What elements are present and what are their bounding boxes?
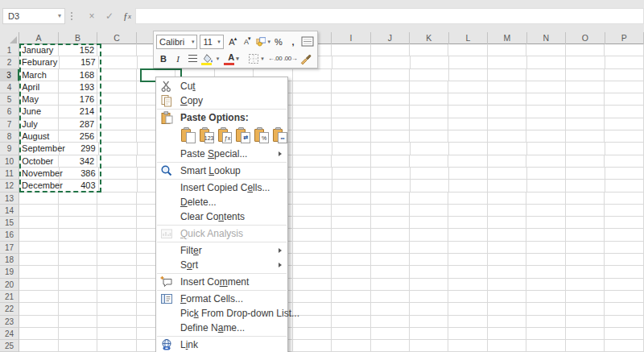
cell-P14[interactable] xyxy=(605,205,643,217)
cell-N10[interactable] xyxy=(526,155,565,168)
cell-A16[interactable] xyxy=(19,229,58,241)
cell-N4[interactable] xyxy=(526,81,565,93)
cell-K7[interactable] xyxy=(410,118,448,130)
cell-J17[interactable] xyxy=(371,242,410,254)
row-header-6[interactable]: 6 xyxy=(0,106,19,118)
cell-C2[interactable] xyxy=(99,56,138,68)
cell-C11[interactable] xyxy=(99,168,138,180)
cell-N24[interactable] xyxy=(526,328,565,340)
cell-C8[interactable] xyxy=(97,130,136,143)
cell-B13[interactable] xyxy=(59,193,97,205)
cell-O11[interactable] xyxy=(566,168,605,180)
cell-P12[interactable] xyxy=(605,180,644,192)
cell-M21[interactable] xyxy=(488,291,526,303)
cell-O7[interactable] xyxy=(566,118,605,130)
cell-O12[interactable] xyxy=(566,180,605,192)
cell-I23[interactable] xyxy=(332,316,370,328)
cell-J15[interactable] xyxy=(371,217,410,229)
cell-M5[interactable] xyxy=(488,93,526,106)
cell-N15[interactable] xyxy=(526,217,565,229)
row-header-14[interactable]: 14 xyxy=(0,205,19,217)
cell-N3[interactable] xyxy=(526,69,565,81)
cell-O10[interactable] xyxy=(566,155,605,168)
cell-A23[interactable] xyxy=(19,316,58,328)
cell-J8[interactable] xyxy=(371,130,410,143)
row-header-10[interactable]: 10 xyxy=(0,155,19,168)
cell-L1[interactable] xyxy=(448,44,487,56)
cell-I13[interactable] xyxy=(332,193,370,205)
cell-M12[interactable] xyxy=(488,180,526,192)
cell-M1[interactable] xyxy=(488,44,526,56)
cell-K21[interactable] xyxy=(410,291,448,303)
cell-O14[interactable] xyxy=(566,205,605,217)
cell-M20[interactable] xyxy=(488,279,526,291)
cell-L24[interactable] xyxy=(448,328,487,340)
cell-P20[interactable] xyxy=(605,279,643,291)
cell-A8[interactable]: August xyxy=(19,130,58,143)
cell-P5[interactable] xyxy=(605,93,643,106)
cell-H24[interactable] xyxy=(293,328,332,340)
cell-N9[interactable] xyxy=(527,143,566,155)
cell-H6[interactable] xyxy=(293,106,332,118)
cell-J22[interactable] xyxy=(371,303,410,315)
cell-L23[interactable] xyxy=(448,316,487,328)
cell-K24[interactable] xyxy=(410,328,448,340)
cell-N20[interactable] xyxy=(526,279,565,291)
cell-J21[interactable] xyxy=(371,291,410,303)
cell-L11[interactable] xyxy=(449,168,488,180)
row-header-2[interactable]: 2 xyxy=(0,56,19,68)
cell-H4[interactable] xyxy=(293,81,332,93)
cell-O22[interactable] xyxy=(566,303,605,315)
cell-B16[interactable] xyxy=(59,229,97,241)
cell-A24[interactable] xyxy=(19,328,58,340)
cell-H12[interactable] xyxy=(293,180,332,192)
cell-L18[interactable] xyxy=(448,254,487,266)
cell-B4[interactable]: 193 xyxy=(59,81,97,93)
cell-I22[interactable] xyxy=(332,303,370,315)
menu-item-paste-special[interactable]: Paste Special... xyxy=(156,147,287,161)
row-header-8[interactable]: 8 xyxy=(0,130,19,143)
cell-J2[interactable] xyxy=(371,56,410,68)
cell-H17[interactable] xyxy=(293,242,332,254)
row-header-3[interactable]: 3 xyxy=(0,69,19,81)
cell-M16[interactable] xyxy=(488,229,526,241)
cell-B17[interactable] xyxy=(59,242,97,254)
cell-C10[interactable] xyxy=(97,155,136,168)
cell-J11[interactable] xyxy=(371,168,410,180)
column-header-I[interactable]: I xyxy=(332,32,370,44)
cell-C1[interactable] xyxy=(97,44,136,56)
menu-item-delete[interactable]: Delete... xyxy=(156,195,287,209)
cell-L2[interactable] xyxy=(449,56,488,68)
cell-P13[interactable] xyxy=(605,193,643,205)
cell-L14[interactable] xyxy=(448,205,487,217)
row-header-22[interactable]: 22 xyxy=(0,303,19,315)
cell-J7[interactable] xyxy=(371,118,410,130)
cell-I12[interactable] xyxy=(332,180,371,192)
column-header-J[interactable]: J xyxy=(371,32,410,44)
cell-O13[interactable] xyxy=(566,193,605,205)
menu-item-copy[interactable]: Copy xyxy=(156,93,287,108)
cell-O15[interactable] xyxy=(566,217,605,229)
cell-I15[interactable] xyxy=(332,217,370,229)
cell-M22[interactable] xyxy=(488,303,526,315)
paste-formatting-button[interactable]: % xyxy=(254,127,269,143)
cell-N11[interactable] xyxy=(527,168,566,180)
percent-style-button[interactable]: % xyxy=(272,34,285,49)
row-header-4[interactable]: 4 xyxy=(0,81,19,93)
cell-B3[interactable]: 168 xyxy=(59,69,97,81)
cell-I25[interactable] xyxy=(332,340,370,352)
cell-N12[interactable] xyxy=(527,180,566,192)
cell-J9[interactable] xyxy=(371,143,410,155)
cell-K20[interactable] xyxy=(410,279,448,291)
italic-button[interactable]: I xyxy=(171,51,184,66)
cell-A14[interactable] xyxy=(19,205,58,217)
cell-O3[interactable] xyxy=(566,69,605,81)
menu-item-quick-analysis[interactable]: Quick Analysis xyxy=(156,226,287,241)
cell-B19[interactable] xyxy=(59,266,97,278)
cell-A10[interactable]: October xyxy=(19,155,58,168)
cell-O6[interactable] xyxy=(566,106,605,118)
cell-B15[interactable] xyxy=(59,217,97,229)
cell-P9[interactable] xyxy=(605,143,644,155)
cell-P7[interactable] xyxy=(605,118,643,130)
cell-H20[interactable] xyxy=(293,279,332,291)
